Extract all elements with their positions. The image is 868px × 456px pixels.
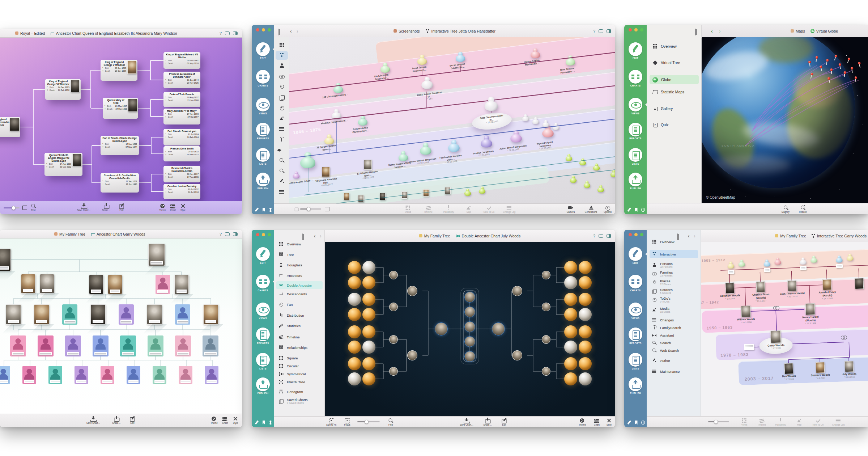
forward-button[interactable]: › [297, 29, 298, 34]
chart-settings-button[interactable]: Chart [594, 417, 599, 426]
globe-icon[interactable] [269, 421, 272, 425]
person-box[interactable]: King of England George V Windsor *Birth0… [101, 60, 137, 81]
fullscreen-button[interactable] [225, 232, 230, 236]
zoom-in-icon[interactable] [324, 206, 329, 211]
magnify-button[interactable]: Magnify [782, 204, 790, 213]
minimize-button[interactable] [634, 28, 638, 31]
options-button[interactable]: Options [604, 204, 612, 213]
ancestor-silhouette-card[interactable] [10, 335, 26, 356]
ancestor-silhouette-card[interactable] [127, 366, 140, 384]
ancestor-silhouette-card[interactable] [38, 335, 54, 356]
ancestor-photo-card[interactable] [203, 304, 218, 325]
person-box[interactable]: Earl of Strath. Claude George Bowes-Lyon… [101, 136, 139, 155]
menu-item-descendants[interactable]: Descendants [278, 291, 307, 296]
person-box[interactable]: Caroline Louisa Burnaby *Birth20 Jul 183… [163, 184, 200, 199]
sidebar-item-reports[interactable]: REPORTS [252, 328, 274, 345]
menu-item-overview[interactable]: Overview [652, 44, 677, 49]
menu-item-statistics[interactable]: Statistics [278, 323, 301, 328]
ancestor-photo-card[interactable] [21, 274, 35, 294]
menu-item-statistic-maps[interactable]: Statistic Maps [652, 89, 684, 94]
menu-item-fan[interactable]: Fan [278, 302, 293, 307]
style-button[interactable]: Style [607, 417, 612, 426]
person-box[interactable]: Earl Claude Bowes-Lyon *Birth21 Jul 1824… [163, 129, 200, 145]
sidebar-item-publish[interactable]: PUBLISH [624, 377, 647, 394]
doc-title-label[interactable]: My Family Tree [424, 234, 450, 238]
panel-toggle-icon[interactable] [695, 29, 696, 35]
help-button[interactable]: ? [593, 29, 595, 33]
ancestor-silhouette-card[interactable] [65, 335, 81, 356]
plausibility-button[interactable]: Plausibility [443, 204, 454, 213]
person-box[interactable]: Queen Elizabeth Angela Marguerite Bowes-… [44, 153, 82, 176]
sidebar-item-charts[interactable]: CHARTS [624, 275, 647, 292]
ancestor-silhouette-card[interactable] [48, 366, 62, 384]
sidebar-item-edit[interactable]: EDIT [252, 42, 274, 59]
menu-item-globe-selected[interactable]: Globe [650, 75, 699, 84]
ancestor-photo-card[interactable] [148, 244, 165, 266]
sidebar-item-lists[interactable]: LISTS [624, 148, 647, 165]
ancestor-orb[interactable] [348, 372, 361, 385]
sidebar-toggle-icon[interactable] [278, 29, 279, 35]
menu-item-todos[interactable]: ToDo's0 ToDo's [652, 296, 671, 303]
person-photo[interactable] [816, 362, 825, 373]
doc-title-label[interactable]: Maps [796, 29, 805, 33]
back-button[interactable]: ‹ [711, 29, 713, 34]
ancestor-silhouette-card[interactable] [175, 304, 190, 325]
person-photo[interactable] [725, 283, 734, 294]
change-log-button[interactable]: Change Log [832, 417, 844, 426]
ancestor-silhouette-card[interactable] [148, 335, 163, 356]
reduce-button[interactable]: Reduce [799, 204, 807, 213]
new-to-do-button[interactable]: New To Do [813, 417, 824, 426]
menu-item-fractal-tree[interactable]: Fractal Tree [278, 379, 305, 384]
doc-title-label[interactable]: Screenshots [399, 29, 420, 33]
pen-icon[interactable] [627, 208, 631, 212]
ancestor-orb[interactable] [362, 261, 375, 274]
menu-item-ancestors[interactable]: Ancestors [278, 273, 302, 278]
menu-item-interactive-selected[interactable]: Interactive [650, 250, 698, 258]
menu-item-double-ancestor-selected[interactable]: Double Ancestor [276, 281, 323, 289]
menu-item-sources[interactable]: Sources5 Sources [652, 288, 673, 294]
doc-title-label[interactable]: My Family Tree [780, 234, 806, 238]
ancestor-photo-card[interactable] [34, 304, 49, 325]
ancestor-orb[interactable] [579, 308, 592, 321]
ancestor-orb[interactable] [362, 276, 375, 289]
menu-item-media[interactable]: Media18 Media [652, 307, 670, 313]
person-box[interactable]: Princess Alexandra of Denmark “Alix” *Bi… [163, 72, 200, 88]
sidebar-item-reports[interactable]: REPORTS [252, 123, 274, 140]
person-box[interactable]: Countess of S. Cecilia Nina Cavendish-Be… [101, 173, 139, 193]
ancestor-photo-node[interactable] [542, 335, 550, 344]
zoom-slider[interactable] [708, 421, 729, 422]
share-button[interactable]: Share… [483, 417, 492, 426]
fullscreen-button[interactable] [599, 234, 603, 238]
style-button[interactable]: Style [233, 415, 238, 424]
person-box[interactable]: King of England George VI Windsor *Birth… [45, 79, 81, 100]
flat-chart-canvas[interactable] [0, 238, 242, 414]
ancestor-silhouette-card[interactable] [203, 335, 218, 356]
ancestor-photo-node[interactable] [407, 286, 417, 296]
close-button[interactable] [256, 233, 259, 236]
zoom-slider[interactable] [300, 208, 321, 210]
bookmark-icon[interactable] [634, 421, 638, 425]
bookmark-icon[interactable] [262, 421, 265, 425]
ancestor-orb[interactable] [579, 372, 592, 385]
sidebar-item-charts[interactable]: CHARTS [624, 70, 647, 87]
sidebar-item-publish[interactable]: PUBLISH [252, 377, 274, 394]
menu-item-distribution[interactable]: Distribution [278, 313, 304, 318]
bookmark-icon[interactable] [634, 208, 638, 212]
zoom-out-icon[interactable] [294, 207, 298, 211]
view-title-label[interactable]: Interactive Tree Garry Woods [817, 234, 867, 238]
person-box[interactable]: Queen Mary of Teck *Birth26 May 1867 †De… [103, 98, 138, 119]
share-button[interactable]: Share… [112, 415, 120, 424]
panel-toggle-button[interactable] [607, 234, 611, 238]
person-photo[interactable] [855, 278, 864, 289]
view-title-label[interactable]: Interactive Tree Jetta Olea Hansdatter [431, 29, 495, 33]
ancestor-photo-node[interactable] [389, 367, 398, 376]
ancestor-orb[interactable] [564, 357, 577, 370]
ancestor-silhouette-card[interactable] [179, 366, 192, 384]
child-photo-node[interactable] [464, 307, 475, 317]
ancestor-photo-node[interactable] [542, 271, 550, 279]
theme-button[interactable]: Theme [159, 202, 166, 211]
find-button[interactable]: Find [31, 202, 36, 211]
view-title-label[interactable]: Virtual Globe [816, 29, 838, 33]
save-chart-button[interactable]: Save Chart… [77, 202, 91, 211]
globe-icon[interactable] [641, 421, 645, 425]
